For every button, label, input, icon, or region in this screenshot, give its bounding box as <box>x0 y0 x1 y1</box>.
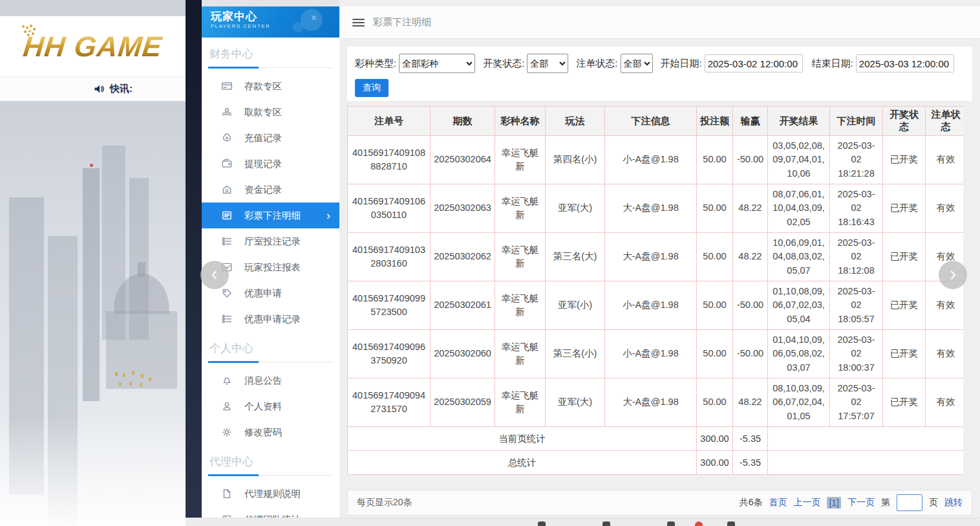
cell-bet_info: 小-A盘@1.98 <box>605 330 697 378</box>
summary-label: 总统计 <box>348 451 697 475</box>
cell-lottery_name: 幸运飞艇新 <box>495 330 546 378</box>
vertical-divider <box>186 0 202 526</box>
password-icon <box>221 426 233 438</box>
background-photo: HH GAME 快讯: <box>0 0 186 526</box>
cell-play_type: 亚军(大) <box>546 378 605 427</box>
cell-bet_amount: 50.00 <box>697 330 733 378</box>
cell-bet_amount: 50.00 <box>697 184 733 233</box>
col-bet_time: 下注时间 <box>830 107 883 136</box>
cell-draw_result: 01,10,08,09,06,07,02,03,05,04 <box>768 281 830 330</box>
cell-win_loss: -50.00 <box>733 281 768 330</box>
cell-bet_time: 2025-03-02 18:16:43 <box>830 184 883 233</box>
cell-period: 20250302061 <box>431 281 495 330</box>
cell-draw_result: 10,06,09,01,04,08,03,02,05,07 <box>768 233 830 281</box>
jump-link[interactable]: 跳转 <box>944 497 963 509</box>
section-heading: 财务中心 <box>208 45 333 68</box>
footer-icons-strip <box>186 518 980 526</box>
cell-bet_no: 401569174090963750920 <box>348 330 431 378</box>
cell-bet_info: 大-A盘@1.98 <box>605 378 697 427</box>
cell-draw_status: 已开奖 <box>883 233 926 281</box>
sidebar: 玩家中心 PLAYERS CENTER ✕ 财务中心存款专区取款专区充值记录提现… <box>202 6 339 518</box>
table-row: 40156917409103280316020250302062幸运飞艇新第三名… <box>348 233 964 281</box>
section-heading: 个人中心 <box>208 340 333 362</box>
menu-toggle-icon[interactable] <box>352 19 365 27</box>
cell-period: 20250302063 <box>431 184 495 233</box>
cell-play_type: 亚军(小) <box>546 281 605 330</box>
cell-lottery_name: 幸运飞艇新 <box>495 233 546 281</box>
cell-draw_result: 03,05,02,08,09,07,04,01,10,06 <box>768 136 830 184</box>
sidebar-item-label: 彩票下注明细 <box>244 210 301 222</box>
bets-table: 注单号期数彩种名称玩法下注信息投注额输赢开奖结果下注时间开奖状态注单状态 401… <box>347 106 963 475</box>
sidebar-item-label: 充值记录 <box>244 132 282 144</box>
sidebar-item-lottery-bet-detail[interactable]: 彩票下注明细› <box>202 203 339 228</box>
col-draw_status: 开奖状态 <box>883 107 926 136</box>
funds-record-icon <box>221 184 233 195</box>
cell-play_type: 亚军(大) <box>546 184 605 233</box>
cell-draw_status: 已开奖 <box>883 281 926 330</box>
hall-bet-record-icon <box>221 236 233 247</box>
sidebar-item-promo-apply-record[interactable]: 优惠申请记录 <box>202 306 339 332</box>
carousel-next-button[interactable] <box>939 261 967 289</box>
logo-text: HH GAME <box>21 30 164 63</box>
sidebar-item-notice[interactable]: 消息公告 <box>202 367 339 393</box>
promo-apply-icon <box>221 287 233 299</box>
sidebar-item-label: 优惠申请 <box>244 287 282 300</box>
summary-win-total: -5.35 <box>733 427 768 451</box>
sidebar-item-withdraw-zone[interactable]: 取款专区 <box>202 99 339 125</box>
cell-lottery_name: 幸运飞艇新 <box>495 378 546 427</box>
first-page-link[interactable]: 首页 <box>769 497 787 509</box>
cell-bet_amount: 50.00 <box>697 233 733 281</box>
topbar: 彩票下注明细 <box>339 6 980 39</box>
cell-bet_time: 2025-03-02 18:21:28 <box>830 136 883 184</box>
table-row: 40156917409094273157020250302059幸运飞艇新亚军(… <box>348 378 964 427</box>
cell-win_loss: -50.00 <box>733 136 768 184</box>
city-photo <box>0 100 186 526</box>
brand-logo: HH GAME <box>0 16 186 76</box>
sidebar-item-deposit-zone[interactable]: 存款专区 <box>202 73 339 99</box>
search-button[interactable]: 查询 <box>355 79 389 97</box>
agent-rules-icon <box>221 488 233 499</box>
sidebar-item-label: 取款专区 <box>244 106 282 118</box>
cell-period: 20250302060 <box>431 330 495 378</box>
sidebar-item-withdrawal-record[interactable]: 提现记录 <box>202 151 339 177</box>
cell-play_type: 第三名(大) <box>546 233 605 281</box>
summary-bet-total: 300.00 <box>697 451 733 475</box>
next-page-link[interactable]: 下一页 <box>847 497 875 509</box>
cell-lottery_name: 幸运飞艇新 <box>495 136 546 184</box>
page-jump-input[interactable] <box>897 494 922 511</box>
news-label: 快讯: <box>110 83 133 95</box>
sidebar-item-label: 个人资料 <box>244 400 282 413</box>
cell-draw_status: 已开奖 <box>883 184 926 233</box>
lottery-type-select[interactable]: 全部彩种 <box>399 54 475 73</box>
total-count-text: 共6条 <box>740 497 763 509</box>
sidebar-item-hall-bet-record[interactable]: 厅室投注记录 <box>202 228 339 254</box>
col-draw_result: 开奖结果 <box>768 107 830 136</box>
news-ticker: 快讯: <box>0 76 186 101</box>
sidebar-item-agent-rules[interactable]: 代理规则说明 <box>202 481 339 507</box>
draw-status-select[interactable]: 全部 <box>527 54 568 73</box>
withdrawal-record-icon <box>221 158 233 170</box>
cell-bet_time: 2025-03-02 18:00:37 <box>830 330 883 378</box>
sidebar-item-label: 厅室投注记录 <box>244 236 301 248</box>
sidebar-item-recharge-record[interactable]: 充值记录 <box>202 125 339 151</box>
sidebar-item-profile[interactable]: 个人资料 <box>202 393 339 419</box>
cell-period: 20250302064 <box>431 136 495 184</box>
start-date-input[interactable] <box>705 54 803 72</box>
deposit-icon <box>221 80 233 92</box>
carousel-prev-button[interactable] <box>200 261 229 289</box>
end-date-input[interactable] <box>856 54 954 72</box>
cell-bet_time: 2025-03-02 18:05:57 <box>830 281 883 330</box>
sidebar-item-funds-record[interactable]: 资金记录 <box>202 177 339 203</box>
logo-sparkle-decoration <box>22 25 25 28</box>
section-heading: 代理中心 <box>208 453 333 476</box>
sidebar-item-label: 资金记录 <box>244 184 282 196</box>
summary-empty <box>768 427 964 451</box>
sidebar-item-agent-team-stats[interactable]: 代理团队统计 <box>202 507 339 518</box>
bet-status-select[interactable]: 全部 <box>621 54 653 73</box>
sidebar-item-change-password[interactable]: 修改密码 <box>202 419 339 445</box>
col-bet_amount: 投注额 <box>697 107 733 136</box>
cell-draw_status: 已开奖 <box>883 136 926 184</box>
cell-win_loss: 48.22 <box>733 184 768 233</box>
prev-page-link[interactable]: 上一页 <box>793 497 820 509</box>
table-row: 40156917409106035011020250302063幸运飞艇新亚军(… <box>348 184 964 233</box>
